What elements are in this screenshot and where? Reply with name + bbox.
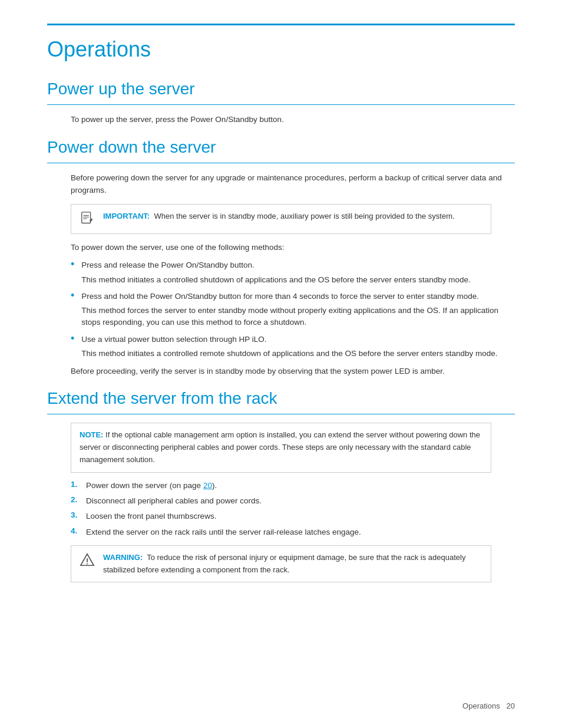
important-label: IMPORTANT:: [103, 212, 150, 220]
method-1-text: Press and release the Power On/Standby b…: [81, 259, 515, 286]
step-4-num: 4.: [71, 526, 81, 535]
method-3: • Use a virtual power button selection t…: [71, 334, 515, 360]
footer-text: Operations: [462, 701, 500, 710]
warning-icon: [80, 552, 96, 569]
method-2-text: Press and hold the Power On/Standby butt…: [81, 291, 515, 329]
important-note-box: IMPORTANT: When the server is in standby…: [71, 204, 491, 234]
method-3-sub: This method initiates a controlled remot…: [81, 348, 515, 360]
section-divider: [47, 104, 515, 105]
methods-list: • Press and release the Power On/Standby…: [71, 259, 515, 360]
note-box: NOTE: If the optional cable management a…: [71, 423, 491, 472]
step-3-num: 3.: [71, 510, 81, 519]
step-2-num: 2.: [71, 495, 81, 504]
warning-label: WARNING:: [103, 553, 143, 562]
footer-page: 20: [507, 701, 515, 710]
step-4-text: Extend the server on the rack rails unti…: [86, 526, 361, 538]
method-1: • Press and release the Power On/Standby…: [71, 259, 515, 286]
important-note-content: IMPORTANT: When the server is in standby…: [103, 210, 455, 223]
step-1-num: 1.: [71, 480, 81, 489]
power-up-body: To power up the server, press the Power …: [71, 113, 515, 126]
section-power-down-divider: [47, 163, 515, 163]
method-3-main: Use a virtual power button selection thr…: [81, 334, 515, 345]
section-extend-title: Extend the server from the rack: [47, 389, 515, 408]
section-extend-server: Extend the server from the rack NOTE: If…: [47, 389, 515, 582]
important-note-text: When the server is in standby mode, auxi…: [154, 212, 454, 220]
footer: Operations 20: [462, 701, 515, 710]
power-down-intro: Before powering down the server for any …: [71, 172, 515, 197]
bullet-dot-1: •: [71, 258, 74, 271]
bullet-dot-3: •: [71, 332, 74, 345]
method-1-main: Press and release the Power On/Standby b…: [81, 259, 515, 271]
method-2-sub: This method forces the server to enter s…: [81, 305, 515, 329]
section-extend-divider: [47, 414, 515, 414]
page-title: Operations: [47, 37, 515, 62]
bullet-dot-2: •: [71, 289, 74, 302]
svg-point-7: [87, 563, 88, 564]
step-3: 3. Loosen the front panel thumbscrews.: [71, 510, 515, 522]
section-power-up: Power up the server To power up the serv…: [47, 80, 515, 126]
warning-content: WARNING: To reduce the risk of personal …: [103, 552, 482, 577]
steps-list: 1. Power down the server (on page 20). 2…: [71, 480, 515, 538]
step-2-text: Disconnect all peripheral cables and pow…: [86, 495, 262, 507]
page-content: Operations Power up the server To power …: [0, 0, 562, 625]
method-2-main: Press and hold the Power On/Standby butt…: [81, 291, 515, 302]
step-1: 1. Power down the server (on page 20).: [71, 480, 515, 492]
top-border: [47, 24, 515, 25]
warning-note-text: To reduce the risk of personal injury or…: [103, 553, 465, 574]
section-power-up-title: Power up the server: [47, 80, 515, 98]
step-2: 2. Disconnect all peripheral cables and …: [71, 495, 515, 507]
note-text: If the optional cable management arm opt…: [80, 430, 480, 464]
step-1-text: Power down the server (on page 20).: [86, 480, 217, 492]
step-4: 4. Extend the server on the rack rails u…: [71, 526, 515, 538]
step-1-link[interactable]: 20: [203, 481, 212, 490]
method-1-sub: This method initiates a controlled shutd…: [81, 274, 515, 286]
warning-box: WARNING: To reduce the risk of personal …: [71, 545, 491, 583]
step-3-text: Loosen the front panel thumbscrews.: [86, 510, 216, 522]
section-power-down: Power down the server Before powering do…: [47, 138, 515, 378]
methods-intro: To power down the server, use one of the…: [71, 241, 515, 254]
method-2: • Press and hold the Power On/Standby bu…: [71, 291, 515, 329]
power-down-closing: Before proceeding, verify the server is …: [71, 365, 515, 377]
method-3-text: Use a virtual power button selection thr…: [81, 334, 515, 360]
note-content: NOTE: If the optional cable management a…: [80, 429, 482, 466]
svg-rect-0: [82, 212, 91, 223]
important-icon: [80, 211, 96, 228]
section-power-down-title: Power down the server: [47, 138, 515, 157]
note-label: NOTE:: [80, 430, 103, 439]
